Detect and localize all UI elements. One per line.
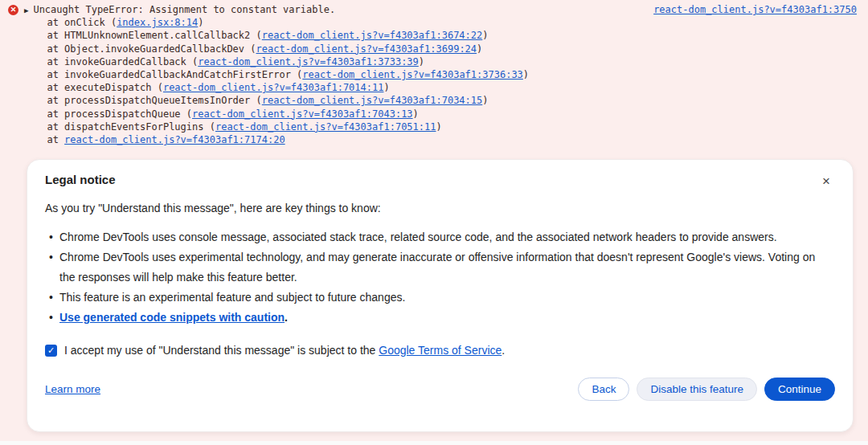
terms-of-service-link[interactable]: Google Terms of Service	[379, 344, 502, 357]
notice-bullet: Chrome DevTools uses console message, as…	[45, 227, 817, 247]
console-error-row: ✕ ▶ Uncaught TypeError: Assignment to co…	[6, 3, 857, 146]
error-first-line: Uncaught TypeError: Assignment to consta…	[33, 3, 857, 16]
bullet-text: .	[285, 311, 288, 324]
stack-frame-text: at dispatchEventsForPlugins (	[47, 121, 215, 133]
consent-checkbox[interactable]: ✓	[45, 345, 57, 357]
devtools-console-page: ✕ ▶ Uncaught TypeError: Assignment to co…	[0, 0, 868, 445]
stack-frame-text: )	[419, 56, 424, 67]
stack-frame-link[interactable]: index.jsx:8:14	[117, 17, 198, 28]
dialog-intro-text: As you try "Understand this message", he…	[45, 202, 835, 215]
code-caution-link[interactable]: Use generated code snippets with caution	[59, 311, 285, 324]
stack-frame-text: at onClick (	[47, 17, 117, 28]
notice-bullet: Chrome DevTools uses experimental techno…	[45, 247, 817, 288]
error-body: Uncaught TypeError: Assignment to consta…	[33, 3, 857, 146]
notice-bullet-list: Chrome DevTools uses console message, as…	[45, 227, 817, 328]
stack-frame-link[interactable]: react-dom_client.js?v=f4303af1:7051:11	[215, 121, 436, 133]
expand-triangle-icon[interactable]: ▶	[24, 4, 28, 17]
error-source-link[interactable]: react-dom_client.js?v=f4303af1:3750	[653, 3, 857, 16]
stack-frame-link[interactable]: react-dom_client.js?v=f4303af1:7034:15	[262, 95, 483, 106]
stack-frame-link[interactable]: react-dom_client.js?v=f4303af1:3733:39	[198, 56, 419, 67]
bullet-text: Chrome DevTools uses console message, as…	[59, 231, 777, 243]
stack-frame-text: at HTMLUnknownElement.callCallback2 (	[47, 30, 261, 41]
consent-text-after: .	[502, 344, 505, 357]
stack-frame: at processDispatchQueue (react-dom_clien…	[33, 108, 857, 120]
bullet-text: Chrome DevTools uses experimental techno…	[59, 251, 815, 284]
stack-frame-text: at invokeGuardedCallback (	[47, 56, 198, 67]
stack-frame-text: )	[477, 43, 482, 55]
stack-frame-text: )	[436, 121, 441, 133]
stack-frame-text: at	[47, 134, 64, 145]
bottom-edge-strip	[0, 441, 868, 445]
error-icon: ✕	[8, 5, 18, 15]
stack-frame: at invokeGuardedCallback (react-dom_clie…	[33, 55, 857, 68]
stack-frame-link[interactable]: react-dom_client.js?v=f4303af1:3736:33	[302, 69, 523, 80]
stack-trace: at onClick (index.jsx:8:14)at HTMLUnknow…	[33, 16, 857, 146]
stack-frame: at executeDispatch (react-dom_client.js?…	[33, 81, 857, 94]
stack-frame-link[interactable]: react-dom_client.js?v=f4303af1:7014:11	[163, 82, 384, 93]
close-icon[interactable]: ×	[822, 174, 830, 188]
stack-frame-text: at processDispatchQueue (	[47, 108, 192, 120]
error-message: Uncaught TypeError: Assignment to consta…	[33, 3, 335, 16]
stack-frame-text: )	[482, 30, 488, 41]
back-button[interactable]: Back	[578, 378, 629, 401]
stack-frame: at dispatchEventsForPlugins (react-dom_c…	[33, 120, 857, 133]
dialog-header: Legal notice ×	[45, 173, 835, 188]
notice-bullet: This feature is an experimental feature …	[45, 288, 817, 308]
dialog-title: Legal notice	[45, 173, 116, 187]
disable-this-feature-button[interactable]: Disable this feature	[637, 378, 757, 401]
stack-frame-text: )	[482, 95, 488, 106]
stack-frame-text: )	[413, 108, 419, 120]
learn-more-link[interactable]: Learn more	[45, 383, 100, 395]
stack-frame: at invokeGuardedCallbackAndCatchFirstErr…	[33, 68, 857, 81]
notice-bullet: Use generated code snippets with caution…	[45, 308, 817, 328]
stack-frame-link[interactable]: react-dom_client.js?v=f4303af1:7174:20	[64, 134, 285, 145]
stack-frame-text: )	[198, 17, 203, 28]
stack-frame: at react-dom_client.js?v=f4303af1:7174:2…	[33, 133, 857, 146]
continue-button[interactable]: Continue	[764, 378, 835, 401]
stack-frame-text: )	[523, 69, 529, 80]
stack-frame-text: at invokeGuardedCallbackAndCatchFirstErr…	[47, 69, 302, 80]
console-error-panel: ✕ ▶ Uncaught TypeError: Assignment to co…	[0, 0, 868, 146]
stack-frame: at onClick (index.jsx:8:14)	[33, 16, 857, 29]
consent-text: I accept my use of "Understand this mess…	[64, 344, 505, 357]
stack-frame: at HTMLUnknownElement.callCallback2 (rea…	[33, 29, 857, 42]
stack-frame-link[interactable]: react-dom_client.js?v=f4303af1:3674:22	[262, 30, 483, 41]
legal-notice-dialog: Legal notice × As you try "Understand th…	[27, 159, 854, 432]
consent-text-before: I accept my use of "Understand this mess…	[64, 344, 379, 357]
bullet-text: This feature is an experimental feature …	[59, 291, 405, 304]
stack-frame: at Object.invokeGuardedCallbackDev (reac…	[33, 43, 857, 55]
stack-frame-text: at processDispatchQueueItemsInOrder (	[47, 95, 261, 106]
stack-frame: at processDispatchQueueItemsInOrder (rea…	[33, 94, 857, 107]
stack-frame-link[interactable]: react-dom_client.js?v=f4303af1:7043:13	[192, 108, 413, 120]
dialog-footer: Learn more BackDisable this featureConti…	[45, 378, 835, 401]
stack-frame-text: at executeDispatch (	[47, 82, 163, 93]
stack-frame-link[interactable]: react-dom_client.js?v=f4303af1:3699:24	[256, 43, 477, 55]
stack-frame-text: at Object.invokeGuardedCallbackDev (	[47, 43, 256, 55]
consent-row: ✓ I accept my use of "Understand this me…	[45, 344, 835, 357]
stack-frame-text: )	[383, 82, 389, 93]
footer-buttons: BackDisable this featureContinue	[578, 378, 835, 401]
